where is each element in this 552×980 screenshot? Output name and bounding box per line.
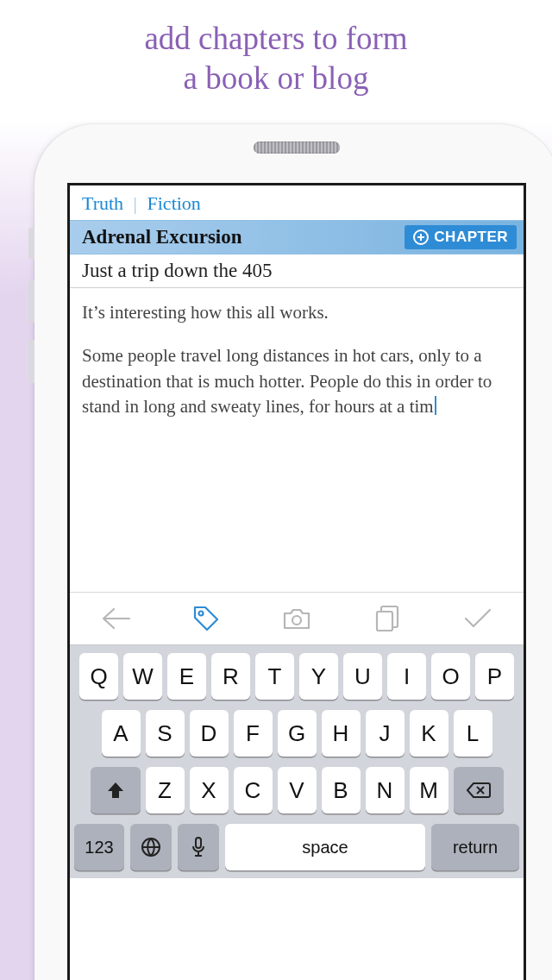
text-cursor [435,396,436,415]
phone-speaker [254,141,340,154]
editor-paragraph: Some people travel long distances in hot… [82,343,511,420]
done-button[interactable] [459,600,497,638]
numbers-key[interactable]: 123 [74,824,124,870]
key-u[interactable]: U [343,653,382,700]
keyboard-row-1: QWERTYUIOP [74,653,519,700]
key-g[interactable]: G [278,710,317,757]
tag-icon [191,604,221,633]
key-c[interactable]: C [234,767,273,814]
app-screen: Truth | Fiction Adrenal Excursion CHAPTE… [67,183,526,980]
key-o[interactable]: O [431,653,470,700]
svg-point-0 [198,612,203,616]
key-t[interactable]: T [255,653,294,700]
key-p[interactable]: P [475,653,514,700]
key-f[interactable]: F [234,710,273,757]
key-j[interactable]: J [366,710,405,757]
phone-side-button [28,228,34,259]
key-n[interactable]: N [366,767,405,814]
documents-icon [373,604,401,633]
key-d[interactable]: D [190,710,229,757]
breadcrumb-separator: | [134,192,137,214]
copy-button[interactable] [368,600,406,638]
promo-headline: add chapters to form a book or blog [0,0,552,99]
keyboard-row-2: ASDFGHJKL [74,710,519,757]
backspace-key[interactable] [454,767,504,814]
onscreen-keyboard: QWERTYUIOP ASDFGHJKL ZXCVBNM 123 [70,645,524,878]
key-k[interactable]: K [410,710,448,757]
key-b[interactable]: B [322,767,361,814]
key-l[interactable]: L [454,710,492,757]
back-button[interactable] [97,600,135,638]
svg-rect-4 [196,838,201,848]
key-s[interactable]: S [146,710,185,757]
book-title: Adrenal Excursion [82,226,405,248]
editor-toolbar [70,592,524,645]
space-key[interactable]: space [225,824,425,870]
promo-line-1: add chapters to form [0,19,552,59]
key-a[interactable]: A [102,710,141,757]
book-title-bar: Adrenal Excursion CHAPTER [70,220,524,254]
keyboard-row-4: 123 space return [74,824,519,870]
camera-icon [281,606,312,631]
shift-icon [106,781,125,800]
microphone-icon [191,837,205,858]
chapter-subtitle[interactable]: Just a trip down the 405 [70,254,524,288]
key-i[interactable]: I [387,653,426,700]
key-y[interactable]: Y [299,653,338,700]
editor-paragraph: It’s interesting how this all works. [82,300,511,326]
promo-line-2: a book or blog [0,59,552,98]
key-e[interactable]: E [167,653,206,700]
key-v[interactable]: V [278,767,317,814]
plus-circle-icon [413,229,429,245]
text-editor[interactable]: It’s interesting how this all works. Som… [70,288,524,592]
dictation-key[interactable] [178,824,219,870]
add-chapter-button[interactable]: CHAPTER [405,225,517,249]
globe-icon [141,837,161,858]
key-z[interactable]: Z [146,767,185,814]
return-key[interactable]: return [431,824,519,870]
phone-frame: Truth | Fiction Adrenal Excursion CHAPTE… [34,124,552,980]
backspace-icon [467,782,491,799]
svg-rect-2 [377,612,392,631]
key-h[interactable]: H [322,710,361,757]
keyboard-row-3: ZXCVBNM [74,767,519,814]
phone-volume-up [28,280,34,323]
breadcrumb: Truth | Fiction [70,185,524,220]
phone-volume-down [28,340,34,383]
camera-button[interactable] [278,600,316,638]
breadcrumb-item-truth[interactable]: Truth [82,192,123,214]
breadcrumb-item-fiction[interactable]: Fiction [147,192,201,214]
arrow-left-icon [100,606,131,631]
key-q[interactable]: Q [79,653,118,700]
checkmark-icon [462,606,493,631]
add-chapter-label: CHAPTER [434,229,508,246]
globe-key[interactable] [130,824,172,870]
key-w[interactable]: W [123,653,162,700]
svg-point-1 [292,616,301,625]
shift-key[interactable] [91,767,141,814]
editor-text: Some people travel long distances in hot… [82,345,492,418]
key-x[interactable]: X [190,767,229,814]
key-r[interactable]: R [211,653,250,700]
key-m[interactable]: M [410,767,448,814]
tag-button[interactable] [187,600,225,638]
